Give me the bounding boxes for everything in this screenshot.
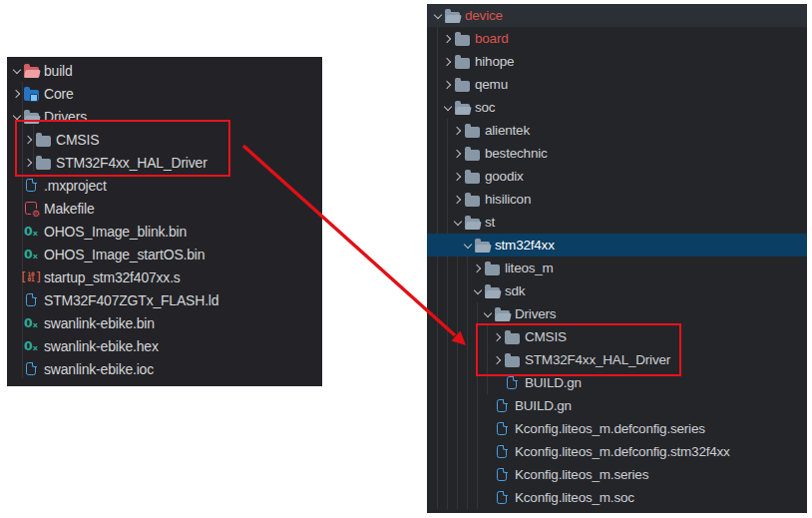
tree-item-label: liteos_m (505, 260, 554, 275)
tree-item-label: Kconfig.liteos_m.defconfig.stm32f4xx (515, 444, 730, 459)
chevron-down-icon[interactable] (462, 234, 474, 257)
tree-item-stm32f4xx[interactable]: stm32f4xx (427, 234, 807, 257)
tree-item-label: Drivers (44, 109, 87, 125)
tree-item-label: Kconfig.liteos_m.defconfig.series (515, 421, 705, 436)
folder-icon (454, 77, 470, 93)
folder-icon (35, 155, 51, 171)
tree-item-build-gn[interactable]: BUILD.gn (427, 371, 807, 394)
chevron-down-icon[interactable] (442, 96, 454, 119)
open-folder-icon (454, 100, 470, 116)
open-folder-icon (474, 238, 490, 254)
file-icon (504, 375, 520, 391)
tree-item-label: stm32f4xx (495, 238, 555, 253)
folder-icon (464, 123, 480, 139)
tree-item-core[interactable]: Core (7, 82, 322, 105)
tree-item-build-gn[interactable]: BUILD.gn (427, 394, 807, 417)
tree-item-ohos-image-blink-bin[interactable]: 0ₓOHOS_Image_blink.bin (7, 220, 322, 243)
tree-item-swanlink-ebike-bin[interactable]: 0ₓswanlink-ebike.bin (7, 311, 322, 334)
tree-item-swanlink-ebike-hex[interactable]: 0ₓswanlink-ebike.hex (7, 334, 322, 357)
chevron-right-icon[interactable] (452, 188, 464, 211)
chevron-right-icon[interactable] (23, 128, 35, 151)
file-icon (494, 398, 510, 414)
tree-item-soc[interactable]: soc (427, 96, 807, 119)
twistie-spacer (11, 357, 23, 380)
chevron-right-icon[interactable] (442, 27, 454, 50)
file-icon (494, 421, 510, 437)
tree-item-label: Drivers (515, 306, 556, 321)
tree-item-drivers[interactable]: Drivers (427, 302, 807, 325)
chevron-down-icon[interactable] (452, 211, 464, 234)
folder-icon (464, 192, 480, 208)
tree-item-label: board (475, 31, 509, 46)
folder-icon (454, 31, 470, 47)
tree-item-liteos-m[interactable]: liteos_m (427, 257, 807, 279)
chevron-right-icon[interactable] (452, 165, 464, 188)
chevron-right-icon[interactable] (452, 119, 464, 142)
tree-item-label: CMSIS (525, 329, 567, 344)
file-icon (23, 361, 39, 377)
tree-item-build[interactable]: build (7, 59, 322, 82)
tree-item-hisilicon[interactable]: hisilicon (427, 188, 807, 211)
tree-item-drivers[interactable]: Drivers (7, 105, 322, 128)
twistie-spacer (11, 288, 23, 311)
tree-item-kconfig-liteos-m-soc[interactable]: Kconfig.liteos_m.soc (427, 486, 807, 509)
folder-icon (464, 169, 480, 185)
tree-item-stm32f4xx-hal-driver[interactable]: STM32F4xx_HAL_Driver (7, 151, 322, 174)
binary-hex-icon: 0ₓ (23, 338, 39, 354)
chevron-down-icon[interactable] (482, 302, 494, 325)
chevron-right-icon[interactable] (492, 348, 504, 371)
chevron-right-icon[interactable] (23, 151, 35, 174)
chevron-right-icon[interactable] (442, 50, 454, 73)
chevron-right-icon[interactable] (472, 257, 484, 279)
tree-item-label: Makefile (44, 201, 95, 217)
tree-item-label: Kconfig.liteos_m.series (515, 467, 648, 482)
chevron-right-icon[interactable] (442, 73, 454, 96)
tree-item-stm32f407zgtx-flash-ld[interactable]: STM32F407ZGTx_FLASH.ld (7, 288, 322, 311)
tree-item-hihope[interactable]: hihope (427, 50, 807, 73)
binary-hex-icon: 0ₓ (23, 224, 39, 240)
open-folder-icon (494, 306, 510, 322)
tree-item-kconfig-liteos-m-defconfig-series[interactable]: Kconfig.liteos_m.defconfig.series (427, 417, 807, 440)
tree-item-label: BUILD.gn (515, 398, 572, 413)
right-file-tree-panel: deviceboardhihopeqemusocalientekbestechn… (427, 4, 807, 513)
tree-item-label: .mxproject (44, 178, 107, 194)
tree-item-label: STM32F4xx_HAL_Driver (56, 155, 207, 171)
tree-item-cmsis[interactable]: CMSIS (7, 128, 322, 151)
folder-icon (504, 329, 520, 345)
tree-item-makefile[interactable]: Makefile (7, 197, 322, 220)
tree-item-device[interactable]: device (427, 4, 807, 27)
tree-item-label: OHOS_Image_startOS.bin (44, 247, 204, 262)
tree-item-sdk[interactable]: sdk (427, 279, 807, 302)
folder-icon (464, 146, 480, 162)
tree-item-board[interactable]: board (427, 27, 807, 50)
tree-item-label: swanlink-ebike.bin (44, 315, 155, 331)
folder-icon (35, 132, 51, 148)
tree-item-swanlink-ebike-ioc[interactable]: swanlink-ebike.ioc (7, 357, 322, 380)
tree-item-cmsis[interactable]: CMSIS (427, 325, 807, 348)
tree-item-label: device (465, 8, 503, 23)
tree-item-label: BUILD.gn (525, 375, 582, 390)
tree-item-goodix[interactable]: goodix (427, 165, 807, 188)
tree-item-ohos-image-startos-bin[interactable]: 0ₓOHOS_Image_startOS.bin (7, 243, 322, 265)
chevron-down-icon[interactable] (432, 4, 444, 27)
tree-item-label: Kconfig.liteos_m.soc (515, 490, 634, 505)
twistie-spacer (11, 220, 23, 243)
tree-item-kconfig-liteos-m-defconfig-stm32f4xx[interactable]: Kconfig.liteos_m.defconfig.stm32f4xx (427, 440, 807, 463)
chevron-down-icon[interactable] (11, 105, 23, 128)
tree-item-kconfig-liteos-m-series[interactable]: Kconfig.liteos_m.series (427, 463, 807, 486)
chevron-right-icon[interactable] (492, 325, 504, 348)
chevron-right-icon[interactable] (11, 82, 23, 105)
tree-item-startup-stm32f407xx-s[interactable]: [1001]startup_stm32f407xx.s (7, 265, 322, 288)
tree-item-label: startup_stm32f407xx.s (44, 269, 181, 285)
tree-item-qemu[interactable]: qemu (427, 73, 807, 96)
chevron-down-icon[interactable] (11, 59, 23, 82)
tree-item-alientek[interactable]: alientek (427, 119, 807, 142)
chevron-down-icon[interactable] (472, 279, 484, 302)
tree-item-label: build (44, 63, 73, 79)
tree-item-st[interactable]: st (427, 211, 807, 234)
left-file-tree-panel: buildCoreDriversCMSISSTM32F4xx_HAL_Drive… (7, 57, 322, 386)
chevron-right-icon[interactable] (452, 142, 464, 165)
tree-item-stm32f4xx-hal-driver[interactable]: STM32F4xx_HAL_Driver (427, 348, 807, 371)
tree-item-bestechnic[interactable]: bestechnic (427, 142, 807, 165)
tree-item--mxproject[interactable]: .mxproject (7, 174, 322, 197)
